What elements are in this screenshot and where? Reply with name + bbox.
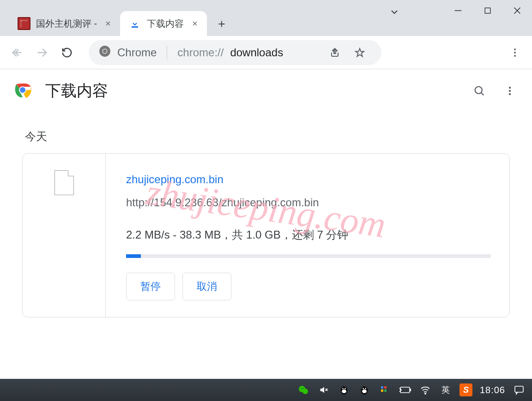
scheme-label: Chrome <box>117 46 157 59</box>
chrome-logo-icon <box>13 80 32 102</box>
downloads-page: zhujiceping.com 下载内容 今天 <box>0 69 532 379</box>
tab-other-site[interactable]: 国外主机测评 - <box>9 11 120 36</box>
browser-menu-button[interactable] <box>503 41 526 64</box>
svg-point-26 <box>365 388 366 389</box>
tab-search-button[interactable] <box>386 4 403 20</box>
download-progress-text: 2.2 MB/s - 38.3 MB，共 1.0 GB，还剩 7 分钟 <box>126 227 491 242</box>
browser-titlebar: 国外主机测评 - 下载内容 <box>0 0 532 36</box>
browser-toolbar: Chrome chrome://downloads <box>0 36 532 69</box>
tab-title: 下载内容 <box>147 18 184 30</box>
address-bar[interactable]: Chrome chrome://downloads <box>89 40 381 65</box>
svg-point-14 <box>509 93 511 95</box>
page-title: 下载内容 <box>45 80 108 102</box>
maximize-button[interactable] <box>473 0 502 21</box>
chrome-scheme-icon <box>99 45 111 60</box>
pause-download-button[interactable]: 暂停 <box>126 273 175 300</box>
close-tab-button[interactable] <box>103 18 114 29</box>
qq-tray-icon-1[interactable] <box>338 383 351 396</box>
download-source-url: http://154.9.236.63/zhujiceping.com.bin <box>126 196 491 209</box>
download-progress-fill <box>126 254 141 258</box>
svg-rect-1 <box>485 8 490 13</box>
back-button[interactable] <box>6 41 29 64</box>
reload-button[interactable] <box>55 41 79 64</box>
share-button[interactable] <box>323 41 346 64</box>
bookmark-button[interactable] <box>348 41 371 64</box>
download-filename-link[interactable]: zhujiceping.com.bin <box>126 173 224 186</box>
svg-rect-27 <box>381 386 383 389</box>
forward-button[interactable] <box>30 41 54 64</box>
sogou-ime-icon[interactable]: S <box>459 383 472 396</box>
wechat-tray-icon[interactable] <box>297 383 310 396</box>
downloads-menu-button[interactable] <box>501 82 519 100</box>
close-window-button[interactable] <box>502 0 532 21</box>
svg-point-25 <box>363 388 364 389</box>
battery-tray-icon[interactable] <box>399 383 411 396</box>
svg-rect-30 <box>384 389 387 392</box>
svg-point-6 <box>514 52 516 54</box>
svg-point-5 <box>514 48 516 50</box>
close-tab-button[interactable] <box>189 18 200 29</box>
svg-point-21 <box>342 388 344 389</box>
svg-point-22 <box>345 388 346 389</box>
volume-mute-icon[interactable] <box>317 383 330 396</box>
cancel-download-button[interactable]: 取消 <box>182 273 231 300</box>
svg-point-17 <box>301 388 302 389</box>
ime-indicator[interactable]: 英 <box>439 383 452 397</box>
svg-point-7 <box>514 55 516 57</box>
windows-taskbar: 英 S 18:06 <box>0 379 532 401</box>
svg-point-33 <box>425 393 426 394</box>
window-controls <box>443 0 532 21</box>
download-icon <box>128 17 141 30</box>
svg-rect-34 <box>515 386 523 392</box>
tabs-row: 国外主机测评 - 下载内容 <box>0 11 232 36</box>
download-file-icon-area <box>23 154 106 317</box>
svg-point-4 <box>103 49 107 53</box>
action-center-icon[interactable] <box>513 383 526 396</box>
tab-downloads[interactable]: 下载内容 <box>120 11 207 36</box>
svg-point-20 <box>342 389 346 393</box>
wifi-tray-icon[interactable] <box>419 383 432 396</box>
minimize-button[interactable] <box>443 0 473 21</box>
qq-tray-icon-2[interactable] <box>358 383 371 396</box>
svg-rect-28 <box>384 386 387 389</box>
url-path: downloads <box>230 46 283 59</box>
download-progress-bar <box>126 254 491 258</box>
favicon-site-icon <box>18 17 30 30</box>
search-downloads-button[interactable] <box>470 82 489 100</box>
svg-point-24 <box>362 389 367 393</box>
omnibox-divider <box>167 46 167 60</box>
svg-rect-0 <box>132 26 138 28</box>
section-today-label: 今天 <box>0 113 532 153</box>
svg-point-18 <box>302 388 303 389</box>
taskbar-clock[interactable]: 18:06 <box>480 385 505 395</box>
svg-point-10 <box>20 87 25 93</box>
file-icon <box>54 170 74 195</box>
svg-point-12 <box>509 87 511 89</box>
svg-rect-32 <box>410 389 411 391</box>
svg-point-16 <box>302 389 308 394</box>
colors-tray-icon[interactable] <box>378 383 391 396</box>
svg-rect-29 <box>381 389 383 392</box>
svg-point-13 <box>509 90 511 92</box>
url-scheme: chrome:// <box>177 46 224 59</box>
tab-title: 国外主机测评 - <box>36 18 97 30</box>
download-item: zhujiceping.com.bin http://154.9.236.63/… <box>22 153 510 317</box>
new-tab-button[interactable] <box>212 14 232 34</box>
page-header: 下载内容 <box>0 69 532 113</box>
